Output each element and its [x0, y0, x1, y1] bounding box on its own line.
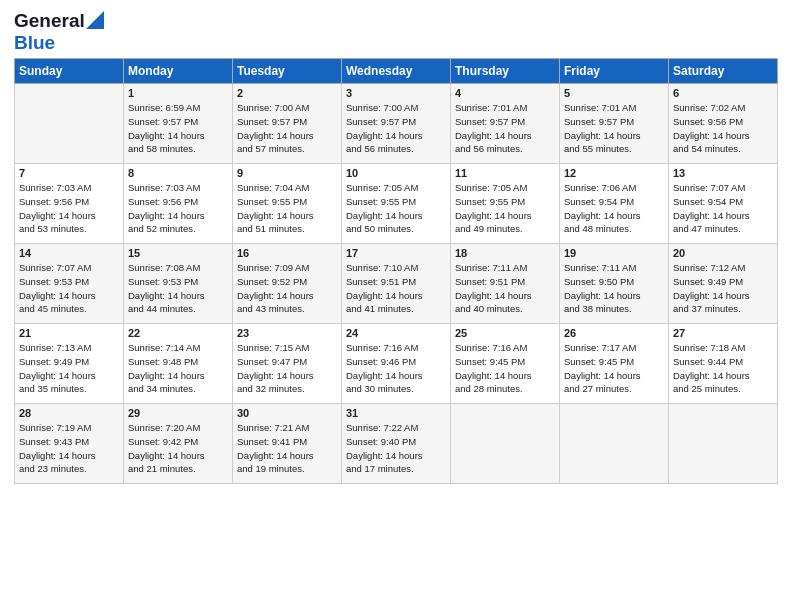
- cell-info-line: Sunrise: 7:03 AM: [128, 181, 228, 195]
- cell-info-line: Daylight: 14 hours: [673, 369, 773, 383]
- cell-info-line: and 56 minutes.: [346, 142, 446, 156]
- cell-info: Sunrise: 7:01 AMSunset: 9:57 PMDaylight:…: [564, 101, 664, 156]
- cell-info-line: Daylight: 14 hours: [19, 449, 119, 463]
- day-number: 31: [346, 407, 446, 419]
- calendar-cell: 23Sunrise: 7:15 AMSunset: 9:47 PMDayligh…: [233, 324, 342, 404]
- cell-info-line: and 28 minutes.: [455, 382, 555, 396]
- calendar-cell: 4Sunrise: 7:01 AMSunset: 9:57 PMDaylight…: [451, 84, 560, 164]
- day-number: 12: [564, 167, 664, 179]
- day-number: 29: [128, 407, 228, 419]
- cell-info-line: Daylight: 14 hours: [564, 129, 664, 143]
- calendar-cell: [560, 404, 669, 484]
- header: General Blue: [14, 10, 778, 54]
- cell-info: Sunrise: 7:16 AMSunset: 9:46 PMDaylight:…: [346, 341, 446, 396]
- cell-info-line: and 58 minutes.: [128, 142, 228, 156]
- cell-info: Sunrise: 7:10 AMSunset: 9:51 PMDaylight:…: [346, 261, 446, 316]
- calendar-cell: 22Sunrise: 7:14 AMSunset: 9:48 PMDayligh…: [124, 324, 233, 404]
- calendar-cell: 19Sunrise: 7:11 AMSunset: 9:50 PMDayligh…: [560, 244, 669, 324]
- day-number: 7: [19, 167, 119, 179]
- cell-info-line: Daylight: 14 hours: [19, 209, 119, 223]
- calendar-cell: 20Sunrise: 7:12 AMSunset: 9:49 PMDayligh…: [669, 244, 778, 324]
- day-number: 6: [673, 87, 773, 99]
- cell-info-line: Sunset: 9:45 PM: [564, 355, 664, 369]
- cell-info-line: and 44 minutes.: [128, 302, 228, 316]
- cell-info-line: Sunset: 9:49 PM: [673, 275, 773, 289]
- cell-info-line: Sunrise: 7:22 AM: [346, 421, 446, 435]
- day-number: 18: [455, 247, 555, 259]
- cell-info-line: Sunrise: 7:06 AM: [564, 181, 664, 195]
- cell-info-line: and 52 minutes.: [128, 222, 228, 236]
- cell-info-line: and 51 minutes.: [237, 222, 337, 236]
- cell-info-line: Sunrise: 7:13 AM: [19, 341, 119, 355]
- cell-info: Sunrise: 7:19 AMSunset: 9:43 PMDaylight:…: [19, 421, 119, 476]
- cell-info-line: Sunrise: 7:00 AM: [346, 101, 446, 115]
- calendar-cell: 24Sunrise: 7:16 AMSunset: 9:46 PMDayligh…: [342, 324, 451, 404]
- calendar-cell: [451, 404, 560, 484]
- cell-info-line: and 19 minutes.: [237, 462, 337, 476]
- cell-info-line: and 49 minutes.: [455, 222, 555, 236]
- week-row-0: 1Sunrise: 6:59 AMSunset: 9:57 PMDaylight…: [15, 84, 778, 164]
- day-number: 21: [19, 327, 119, 339]
- cell-info: Sunrise: 7:20 AMSunset: 9:42 PMDaylight:…: [128, 421, 228, 476]
- calendar-cell: 11Sunrise: 7:05 AMSunset: 9:55 PMDayligh…: [451, 164, 560, 244]
- cell-info-line: and 56 minutes.: [455, 142, 555, 156]
- cell-info-line: and 27 minutes.: [564, 382, 664, 396]
- cell-info: Sunrise: 7:04 AMSunset: 9:55 PMDaylight:…: [237, 181, 337, 236]
- cell-info-line: Daylight: 14 hours: [237, 209, 337, 223]
- cell-info-line: Sunset: 9:52 PM: [237, 275, 337, 289]
- cell-info-line: Sunrise: 7:11 AM: [455, 261, 555, 275]
- calendar-cell: 9Sunrise: 7:04 AMSunset: 9:55 PMDaylight…: [233, 164, 342, 244]
- cell-info-line: Sunset: 9:49 PM: [19, 355, 119, 369]
- calendar-cell: [15, 84, 124, 164]
- cell-info-line: Sunset: 9:46 PM: [346, 355, 446, 369]
- day-number: 15: [128, 247, 228, 259]
- cell-info-line: Sunset: 9:51 PM: [455, 275, 555, 289]
- cell-info-line: Sunrise: 7:16 AM: [455, 341, 555, 355]
- day-number: 20: [673, 247, 773, 259]
- logo-general: General: [14, 10, 85, 32]
- calendar-cell: 17Sunrise: 7:10 AMSunset: 9:51 PMDayligh…: [342, 244, 451, 324]
- cell-info-line: Sunset: 9:51 PM: [346, 275, 446, 289]
- calendar-cell: 25Sunrise: 7:16 AMSunset: 9:45 PMDayligh…: [451, 324, 560, 404]
- cell-info-line: Daylight: 14 hours: [128, 449, 228, 463]
- weekday-header-tuesday: Tuesday: [233, 59, 342, 84]
- day-number: 23: [237, 327, 337, 339]
- calendar-cell: 10Sunrise: 7:05 AMSunset: 9:55 PMDayligh…: [342, 164, 451, 244]
- calendar-cell: 16Sunrise: 7:09 AMSunset: 9:52 PMDayligh…: [233, 244, 342, 324]
- weekday-header-monday: Monday: [124, 59, 233, 84]
- calendar-table: SundayMondayTuesdayWednesdayThursdayFrid…: [14, 58, 778, 484]
- cell-info: Sunrise: 7:09 AMSunset: 9:52 PMDaylight:…: [237, 261, 337, 316]
- cell-info: Sunrise: 7:02 AMSunset: 9:56 PMDaylight:…: [673, 101, 773, 156]
- cell-info-line: Sunrise: 7:04 AM: [237, 181, 337, 195]
- cell-info-line: Sunrise: 7:10 AM: [346, 261, 446, 275]
- cell-info-line: Sunrise: 7:12 AM: [673, 261, 773, 275]
- cell-info-line: and 38 minutes.: [564, 302, 664, 316]
- cell-info-line: Daylight: 14 hours: [346, 289, 446, 303]
- cell-info-line: Sunset: 9:55 PM: [237, 195, 337, 209]
- cell-info-line: Daylight: 14 hours: [673, 209, 773, 223]
- calendar-cell: 15Sunrise: 7:08 AMSunset: 9:53 PMDayligh…: [124, 244, 233, 324]
- cell-info-line: Sunrise: 7:09 AM: [237, 261, 337, 275]
- weekday-header-friday: Friday: [560, 59, 669, 84]
- calendar-cell: 7Sunrise: 7:03 AMSunset: 9:56 PMDaylight…: [15, 164, 124, 244]
- day-number: 4: [455, 87, 555, 99]
- cell-info-line: and 53 minutes.: [19, 222, 119, 236]
- cell-info: Sunrise: 7:07 AMSunset: 9:53 PMDaylight:…: [19, 261, 119, 316]
- cell-info-line: Daylight: 14 hours: [346, 449, 446, 463]
- week-row-4: 28Sunrise: 7:19 AMSunset: 9:43 PMDayligh…: [15, 404, 778, 484]
- cell-info: Sunrise: 7:18 AMSunset: 9:44 PMDaylight:…: [673, 341, 773, 396]
- cell-info-line: Sunset: 9:47 PM: [237, 355, 337, 369]
- cell-info-line: Sunrise: 7:05 AM: [455, 181, 555, 195]
- cell-info: Sunrise: 7:07 AMSunset: 9:54 PMDaylight:…: [673, 181, 773, 236]
- cell-info: Sunrise: 7:00 AMSunset: 9:57 PMDaylight:…: [237, 101, 337, 156]
- cell-info: Sunrise: 7:08 AMSunset: 9:53 PMDaylight:…: [128, 261, 228, 316]
- day-number: 3: [346, 87, 446, 99]
- cell-info-line: Daylight: 14 hours: [128, 369, 228, 383]
- cell-info-line: Sunset: 9:50 PM: [564, 275, 664, 289]
- calendar-cell: 3Sunrise: 7:00 AMSunset: 9:57 PMDaylight…: [342, 84, 451, 164]
- cell-info-line: Daylight: 14 hours: [455, 129, 555, 143]
- cell-info-line: Sunset: 9:54 PM: [564, 195, 664, 209]
- cell-info-line: Sunset: 9:42 PM: [128, 435, 228, 449]
- cell-info-line: Daylight: 14 hours: [128, 209, 228, 223]
- cell-info: Sunrise: 7:03 AMSunset: 9:56 PMDaylight:…: [19, 181, 119, 236]
